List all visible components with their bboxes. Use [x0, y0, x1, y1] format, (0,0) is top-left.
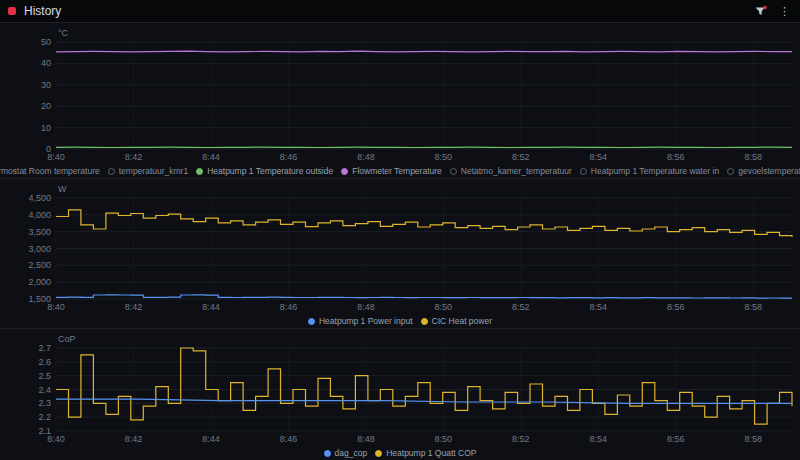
y-tick-label: 10 [41, 123, 51, 133]
legend-item[interactable]: Flowmeter Temperature [341, 164, 442, 178]
y-tick-label: 2,500 [28, 260, 51, 270]
page-title: History [24, 4, 61, 18]
y-tick-label: 20 [41, 101, 51, 111]
x-tick-label: 8:58 [744, 434, 762, 444]
series-color-dot [421, 318, 428, 325]
y-tick-label: 2.6 [38, 357, 51, 367]
series-color-dot [580, 168, 587, 175]
x-tick-label: 8:54 [590, 152, 608, 162]
x-tick-label: 8:44 [202, 302, 220, 312]
series-color-dot [450, 168, 457, 175]
x-tick-label: 8:54 [590, 302, 608, 312]
panel-cop-history: 2.12.22.32.42.52.62.78:408:428:448:468:4… [0, 328, 800, 460]
x-tick-label: 8:56 [667, 302, 685, 312]
legend-label: Thermostat Room temperature [0, 164, 100, 178]
kebab-menu-button[interactable]: ⋮ [777, 4, 792, 19]
kebab-menu-icon: ⋮ [779, 6, 790, 17]
legend-item[interactable]: Thermostat Room temperature [0, 164, 100, 178]
y-tick-label: 2.5 [38, 371, 51, 381]
legend-label: Heatpump 1 Temperature outside [207, 164, 333, 178]
x-tick-label: 8:46 [280, 152, 298, 162]
x-tick-label: 8:42 [125, 152, 143, 162]
y-tick-label: 2.3 [38, 398, 51, 408]
legend-label: Heatpump 1 Power input [319, 314, 413, 328]
y-tick-label: 2.2 [38, 412, 51, 422]
x-tick-label: 8:42 [125, 302, 143, 312]
x-tick-label: 8:52 [512, 152, 530, 162]
series-color-dot [196, 168, 203, 175]
temperature-chart[interactable]: 010203040508:408:428:448:468:488:508:528… [0, 26, 800, 164]
x-tick-label: 8:46 [280, 302, 298, 312]
legend-item[interactable]: CIC Heat power [421, 314, 492, 328]
x-tick-label: 8:52 [512, 434, 530, 444]
x-tick-label: 8:40 [47, 434, 65, 444]
axis-unit-label: W [58, 184, 67, 194]
series-line-cic-heat-power [56, 210, 792, 237]
power-legend: Heatpump 1 Power inputCIC Heat power [0, 314, 800, 328]
series-color-dot [341, 168, 348, 175]
legend-label: dag_cop [335, 446, 368, 460]
x-tick-label: 8:40 [47, 152, 65, 162]
x-tick-label: 8:48 [357, 302, 375, 312]
axis-unit-label: °C [58, 28, 69, 38]
y-tick-label: 2,000 [28, 277, 51, 287]
header: History ⋮ [0, 0, 800, 23]
legend-label: Heatpump 1 Temperature water in [591, 164, 719, 178]
series-color-dot [308, 318, 315, 325]
y-tick-label: 4,000 [28, 210, 51, 220]
filter-icon [754, 5, 767, 18]
series-line-dag_cop [56, 399, 792, 403]
y-tick-label: 50 [41, 37, 51, 47]
legend-item[interactable]: dag_cop [324, 446, 368, 460]
x-tick-label: 8:56 [667, 152, 685, 162]
x-tick-label: 8:50 [435, 152, 453, 162]
panel-temperature-history: 010203040508:408:428:448:468:488:508:528… [0, 23, 800, 178]
series-color-dot [727, 168, 734, 175]
x-tick-label: 8:58 [744, 152, 762, 162]
legend-item[interactable]: gevoelstemperatuur_kmr1 [727, 164, 800, 178]
legend-item[interactable]: Heatpump 1 Temperature outside [196, 164, 333, 178]
app-logo-icon [8, 7, 16, 15]
y-tick-label: 40 [41, 58, 51, 68]
legend-label: Netatmo_kamer_temperatuur [461, 164, 572, 178]
power-chart[interactable]: 1,5002,0002,5003,0003,5004,0004,5008:408… [0, 182, 800, 314]
x-tick-label: 8:52 [512, 302, 530, 312]
legend-label: CIC Heat power [432, 314, 492, 328]
x-tick-label: 8:40 [47, 302, 65, 312]
y-tick-label: 30 [41, 80, 51, 90]
legend-label: Flowmeter Temperature [352, 164, 442, 178]
cop-chart[interactable]: 2.12.22.32.42.52.62.78:408:428:448:468:4… [0, 332, 800, 446]
legend-label: temperatuur_kmr1 [119, 164, 188, 178]
series-color-dot [324, 450, 331, 457]
x-tick-label: 8:54 [590, 434, 608, 444]
series-line-heatpump-1-quatt-cop [56, 348, 792, 424]
legend-item[interactable]: Heatpump 1 Quatt COP [375, 446, 476, 460]
axis-unit-label: CoP [58, 334, 76, 344]
series-line-flowmeter-temperature [56, 51, 792, 52]
x-tick-label: 8:50 [435, 434, 453, 444]
x-tick-label: 8:44 [202, 152, 220, 162]
x-tick-label: 8:56 [667, 434, 685, 444]
panel-power-history: 1,5002,0002,5003,0003,5004,0004,5008:408… [0, 178, 800, 328]
x-tick-label: 8:48 [357, 434, 375, 444]
x-tick-label: 8:42 [125, 434, 143, 444]
x-tick-label: 8:50 [435, 302, 453, 312]
x-tick-label: 8:46 [280, 434, 298, 444]
series-color-dot [108, 168, 115, 175]
y-tick-label: 2.4 [38, 385, 51, 395]
x-tick-label: 8:48 [357, 152, 375, 162]
series-color-dot [375, 450, 382, 457]
legend-item[interactable]: temperatuur_kmr1 [108, 164, 188, 178]
legend-label: Heatpump 1 Quatt COP [386, 446, 476, 460]
legend-item[interactable]: Heatpump 1 Temperature water in [580, 164, 719, 178]
x-tick-label: 8:58 [744, 302, 762, 312]
y-tick-label: 2.7 [38, 343, 51, 353]
filter-button[interactable] [752, 3, 769, 20]
cop-legend: dag_copHeatpump 1 Quatt COP [0, 446, 800, 460]
legend-label: gevoelstemperatuur_kmr1 [738, 164, 800, 178]
series-line-heatpump-1-power-input [56, 295, 792, 298]
legend-item[interactable]: Netatmo_kamer_temperatuur [450, 164, 572, 178]
temperature-legend: Thermostat Room setpointThermostat Room … [0, 164, 800, 178]
y-tick-label: 3,000 [28, 244, 51, 254]
legend-item[interactable]: Heatpump 1 Power input [308, 314, 413, 328]
